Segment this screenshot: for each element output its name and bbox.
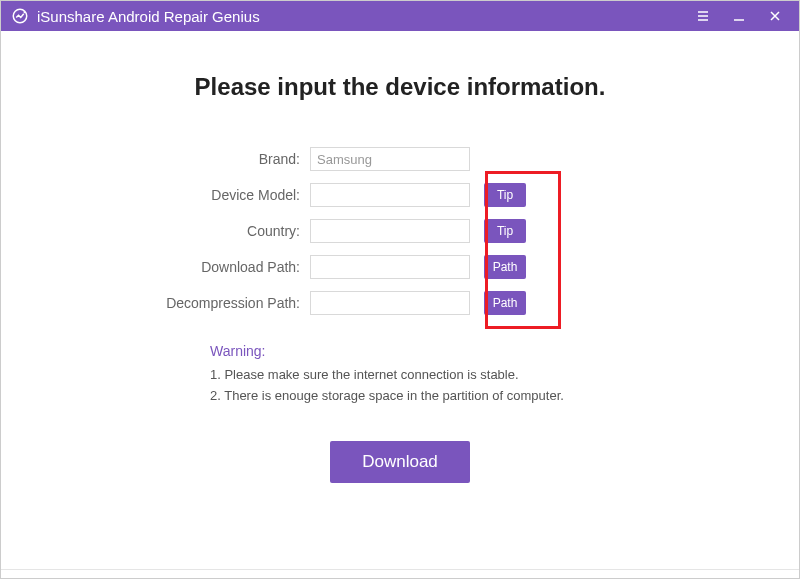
warning-line-2: 2. There is enouge storage space in the …: [210, 386, 640, 407]
close-button[interactable]: [757, 1, 793, 31]
path-button-download[interactable]: Path: [484, 255, 526, 279]
warning-block: Warning: 1. Please make sure the interne…: [160, 343, 640, 407]
label-decompression-path: Decompression Path:: [120, 295, 310, 312]
app-title: iSunshare Android Repair Genius: [37, 8, 260, 25]
menu-button[interactable]: [685, 1, 721, 31]
warning-line-1: 1. Please make sure the internet connect…: [210, 365, 640, 386]
app-logo-icon: [11, 7, 29, 25]
input-country[interactable]: [310, 219, 470, 243]
input-brand: [310, 147, 470, 171]
row-country: Country: Tip: [120, 213, 680, 249]
tip-button-country[interactable]: Tip: [484, 219, 526, 243]
path-button-decompression[interactable]: Path: [484, 291, 526, 315]
input-device-model[interactable]: [310, 183, 470, 207]
titlebar: iSunshare Android Repair Genius: [1, 1, 799, 31]
label-country: Country:: [120, 223, 310, 240]
row-brand: Brand:: [120, 141, 680, 177]
row-decompression-path: Decompression Path: Path: [120, 285, 680, 321]
input-decompression-path[interactable]: [310, 291, 470, 315]
warning-title: Warning:: [210, 343, 640, 359]
page-heading: Please input the device information.: [21, 73, 779, 101]
form-area: Brand: Device Model: Tip Country: Tip Do…: [120, 141, 680, 321]
input-download-path[interactable]: [310, 255, 470, 279]
row-download-path: Download Path: Path: [120, 249, 680, 285]
footer-separator: [1, 569, 799, 570]
app-window: iSunshare Android Repair Genius Please i…: [0, 0, 800, 579]
row-device-model: Device Model: Tip: [120, 177, 680, 213]
content-area: Please input the device information. Bra…: [1, 73, 799, 579]
tip-button-device-model[interactable]: Tip: [484, 183, 526, 207]
minimize-button[interactable]: [721, 1, 757, 31]
label-download-path: Download Path:: [120, 259, 310, 276]
label-brand: Brand:: [120, 151, 310, 168]
download-button[interactable]: Download: [330, 441, 470, 483]
label-device-model: Device Model:: [120, 187, 310, 204]
